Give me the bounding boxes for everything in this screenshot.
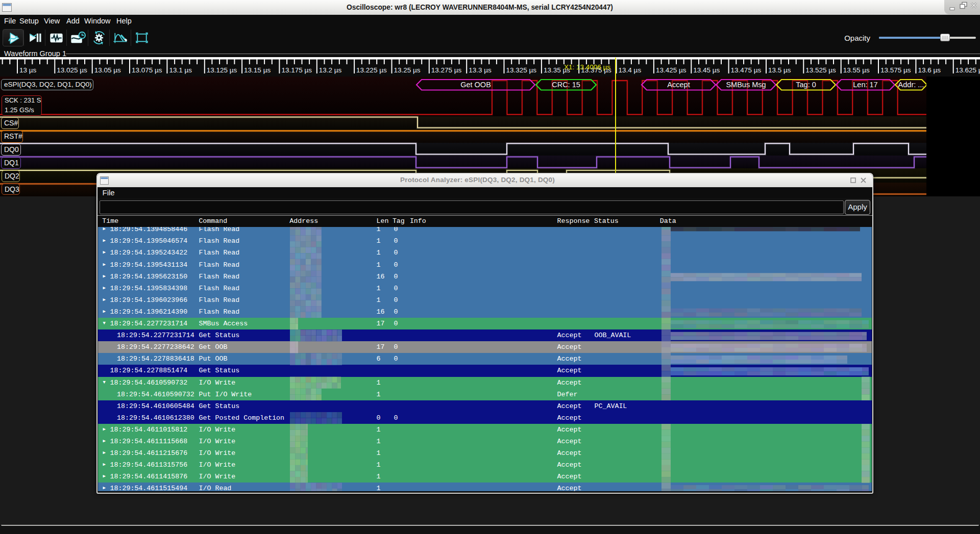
svg-text:13.475 µs: 13.475 µs — [731, 66, 762, 74]
svg-text:13.4 µs: 13.4 µs — [619, 66, 642, 74]
svg-text:13.025 µs: 13.025 µs — [57, 66, 87, 74]
svg-text:13.1 µs: 13.1 µs — [169, 66, 192, 74]
svg-text:Get OOB: Get OOB — [460, 81, 491, 89]
svg-text:CRC: 15: CRC: 15 — [552, 81, 580, 89]
svg-text:Len: 17: Len: 17 — [853, 81, 877, 89]
svg-text:13.275 µs: 13.275 µs — [431, 66, 462, 74]
svg-text:13.3 µs: 13.3 µs — [469, 66, 492, 74]
svg-text:13.175 µs: 13.175 µs — [281, 66, 312, 74]
svg-text:13.075 µs: 13.075 µs — [132, 66, 162, 74]
svg-text:13.6 µs: 13.6 µs — [918, 66, 941, 74]
svg-text:13.5 µs: 13.5 µs — [768, 66, 791, 74]
svg-text:Accept: Accept — [667, 81, 690, 89]
svg-text:13.05 µs: 13.05 µs — [94, 66, 121, 74]
svg-text:13.225 µs: 13.225 µs — [356, 66, 387, 74]
svg-text:13 µs: 13 µs — [19, 66, 37, 74]
svg-text:13.2 µs: 13.2 µs — [319, 66, 342, 74]
svg-text:13.125 µs: 13.125 µs — [207, 66, 237, 74]
svg-text:13.55 µs: 13.55 µs — [843, 66, 870, 74]
svg-text:13.575 µs: 13.575 µs — [880, 66, 911, 74]
svg-text:Addr: ...: Addr: ... — [898, 81, 924, 89]
svg-text:13.525 µs: 13.525 µs — [805, 66, 836, 74]
svg-text:13.15 µs: 13.15 µs — [244, 66, 271, 74]
svg-text:Tag: 0: Tag: 0 — [796, 81, 816, 89]
svg-text:13.625 µs: 13.625 µs — [955, 66, 980, 74]
svg-text:13.45 µs: 13.45 µs — [693, 66, 720, 74]
svg-text:SMBus Msg: SMBus Msg — [726, 81, 766, 89]
svg-text:13.425 µs: 13.425 µs — [656, 66, 687, 74]
svg-text:13.25 µs: 13.25 µs — [394, 66, 421, 74]
svg-text:13.325 µs: 13.325 µs — [506, 66, 537, 74]
